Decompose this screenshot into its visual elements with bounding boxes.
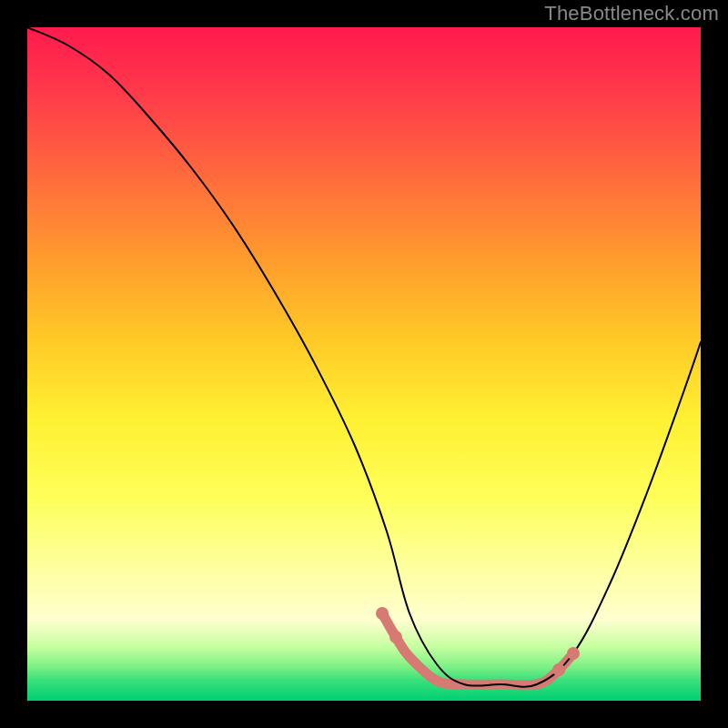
chart-figure: TheBottleneck.com [0, 0, 728, 728]
watermark-label: TheBottleneck.com [544, 2, 719, 25]
highlight-dot [389, 631, 402, 643]
highlight-dot [567, 647, 580, 660]
highlight-band [382, 613, 573, 685]
plot-area [27, 27, 701, 701]
curve-layer [27, 27, 701, 701]
bottleneck-curve [27, 27, 701, 687]
highlight-dot [552, 663, 565, 676]
highlight-dot [376, 607, 389, 620]
